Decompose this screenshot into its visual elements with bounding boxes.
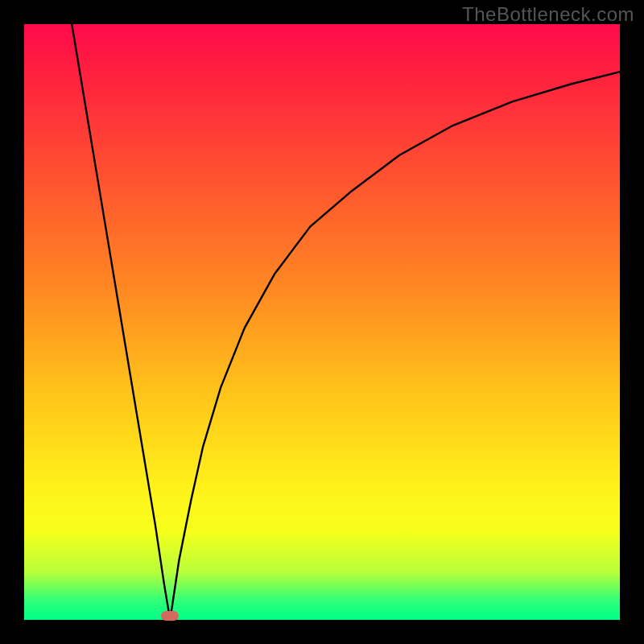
watermark-text: TheBottleneck.com bbox=[462, 3, 634, 26]
minimum-marker bbox=[161, 611, 179, 621]
curve-right-branch bbox=[170, 72, 620, 620]
curve-left-branch bbox=[72, 24, 170, 620]
chart-frame: TheBottleneck.com bbox=[0, 0, 644, 644]
curve-plot bbox=[24, 24, 620, 620]
